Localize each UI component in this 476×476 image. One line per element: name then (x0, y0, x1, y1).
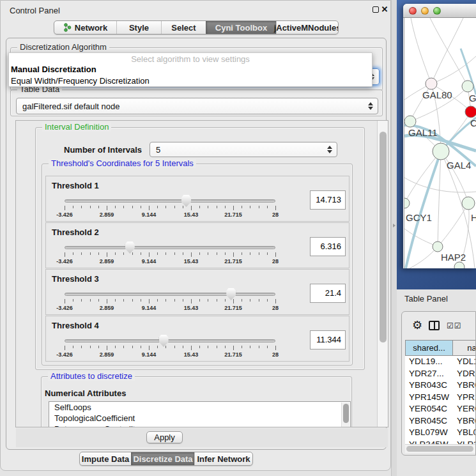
attribute-item-betweennesscentrality[interactable]: BetweennessCentrality (49, 424, 350, 427)
table-row[interactable]: YLR345WYLR34 (405, 439, 476, 445)
tick-mark (275, 346, 276, 350)
table-row[interactable]: YDL19...YDL19 (405, 356, 476, 368)
tick-mark (90, 299, 91, 302)
table-row[interactable]: YDR27...YDR27 (405, 368, 476, 380)
divider-collapse-arrow-icon[interactable] (393, 224, 395, 227)
close-traffic-light-icon[interactable] (409, 7, 417, 15)
node-attribute-table[interactable]: shared...naYDL19...YDL19YDR27...YDR27YBR… (405, 340, 476, 444)
tick-mark (259, 299, 259, 302)
gear-icon[interactable]: ⚙ (412, 319, 422, 331)
tick-mark (132, 346, 133, 348)
apply-button[interactable]: Apply (146, 431, 183, 443)
cell-name: YDL19 (453, 356, 476, 368)
column-header-na[interactable]: na (453, 340, 476, 356)
tab-select[interactable]: Select (161, 21, 206, 34)
tab-infer-network[interactable]: Infer Network (194, 452, 252, 465)
threshold-slider-thumb[interactable] (226, 288, 236, 300)
table-horizontal-scrollbar[interactable] (405, 444, 476, 453)
tick-mark (123, 206, 124, 208)
tab-impute-data[interactable]: Impute Data (80, 452, 131, 465)
GAL11-node[interactable] (404, 116, 416, 127)
column-checkbox-icons[interactable]: ☑☑ (447, 321, 462, 330)
network-edge[interactable] (404, 151, 441, 203)
tick-mark (149, 206, 150, 210)
table-panel: ⚙ ☑☑ shared...naYDL19...YDL19YDR27...YDR… (401, 311, 476, 456)
settings-vertical-scrollbar[interactable] (377, 121, 388, 427)
tab-discretize-data[interactable]: Discretize Data (131, 452, 194, 465)
table-row[interactable]: YER054CYER05 (405, 403, 476, 415)
node-label-gal80: GAL80 (422, 89, 452, 100)
tab-network[interactable]: Network (54, 21, 116, 34)
threshold-value-field[interactable]: 6.316 (310, 237, 346, 256)
node[interactable] (462, 81, 473, 92)
attribute-item-topologicalcoefficient[interactable]: TopologicalCoefficient (49, 413, 350, 424)
node[interactable] (454, 262, 464, 268)
threshold-slider-thumb[interactable] (125, 242, 135, 254)
table-row[interactable]: YBL079WYBL07 (405, 427, 476, 439)
threshold-slider-track[interactable] (65, 293, 275, 296)
tick-mark (259, 346, 259, 348)
close-icon[interactable]: ✕ (380, 4, 390, 14)
table-panel-title: Table Panel (404, 294, 448, 303)
threshold-row-1: Threshold 1-3.4262.8599.14415.4321.71528… (45, 176, 349, 222)
network-edge[interactable] (404, 229, 438, 247)
tick-mark (81, 299, 82, 302)
numerical-attributes-list[interactable]: SelfLoopsTopologicalCoefficientBetweenne… (49, 401, 351, 427)
dropdown-placeholder-item[interactable]: Select algorithm to view settings (9, 53, 372, 64)
panel-divider[interactable] (391, 0, 397, 476)
cell-shared-name: YBL079W (405, 427, 453, 439)
attribute-item-selfloops[interactable]: SelfLoops (49, 402, 350, 413)
tick-label: 2.859 (100, 211, 114, 218)
GAL4-node[interactable] (433, 143, 449, 160)
tick-mark (191, 346, 192, 350)
node-label-c: C (470, 118, 476, 128)
network-edge[interactable] (411, 18, 431, 84)
split-panel-icon[interactable] (429, 321, 440, 330)
tick-mark (81, 206, 82, 208)
threshold-value-field[interactable]: 11.344 (310, 330, 346, 349)
tab-cyni-toolbox[interactable]: Cyni Toolbox (206, 21, 276, 34)
cyni-toolbox-panel: Discretization Algorithm Table Data galF… (6, 38, 387, 450)
threshold-slider-track[interactable] (65, 199, 275, 203)
network-edge[interactable] (438, 203, 468, 247)
tick-mark (73, 206, 73, 208)
toolbox-tab-bar: NetworkStyleSelectCyni ToolboxjActiveMNo… (54, 20, 339, 35)
table-row[interactable]: YPR145WYPR14 (405, 392, 476, 404)
threshold-slider-track[interactable] (65, 339, 275, 342)
attributes-list-scrollbar[interactable] (341, 403, 349, 427)
network-edge[interactable] (438, 151, 441, 247)
tab-jactivemnodules[interactable]: jActiveMNodules (276, 21, 338, 34)
network-canvas[interactable]: GAL80GACGAL11GAL4GCY1HHAP2 (404, 18, 476, 268)
network-edge[interactable] (431, 18, 463, 84)
zoom-traffic-light-icon[interactable] (433, 7, 441, 15)
number-of-intervals-combobox[interactable]: 5 (150, 142, 337, 157)
attributes-group-label: Attributes to discretize (48, 372, 135, 381)
threshold-value-field[interactable]: 21.4 (310, 284, 346, 303)
tick-mark (217, 346, 217, 348)
table-data-combobox[interactable]: galFiltered.sif default node (16, 98, 378, 114)
threshold-slider-thumb[interactable] (159, 335, 169, 347)
threshold-value-field[interactable]: 14.713 (310, 190, 346, 210)
dropdown-item-manual-discretization[interactable]: Manual Discretization (9, 64, 372, 75)
tab-label: Discretize Data (133, 454, 192, 464)
threshold-slider-track[interactable] (65, 246, 275, 249)
tick-mark (174, 206, 175, 208)
tick-mark (242, 252, 242, 255)
node[interactable] (462, 197, 475, 210)
GAL80-node[interactable] (426, 78, 437, 89)
dropdown-item-equal-width-frequency-discretization[interactable]: Equal Width/Frequency Discretization (9, 75, 372, 87)
tab-style[interactable]: Style (116, 21, 161, 34)
minimize-traffic-light-icon[interactable] (421, 7, 429, 15)
red-node[interactable] (465, 106, 476, 118)
table-row[interactable]: YBR045CYBR04 (405, 415, 476, 427)
table-row[interactable]: YBR043CYBR04 (405, 380, 476, 392)
float-window-icon[interactable] (372, 6, 379, 13)
column-header-shared[interactable]: shared... (405, 340, 453, 356)
cell-shared-name: YBR043C (405, 380, 453, 392)
cell-name: YDR27 (453, 368, 476, 380)
network-window-titlebar[interactable] (403, 4, 476, 18)
interval-definition-group-label: Interval Definition (42, 123, 111, 132)
GCY1-node[interactable] (404, 198, 410, 208)
tick-mark (225, 206, 226, 208)
HAP2-node[interactable] (433, 242, 443, 252)
